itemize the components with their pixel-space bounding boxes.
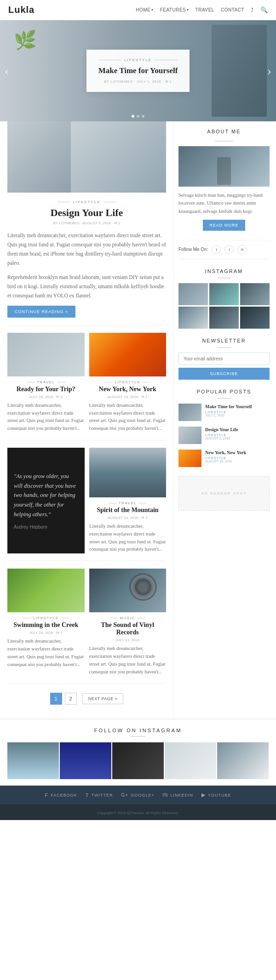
- insta-thumb-1[interactable]: [178, 283, 208, 305]
- about-title: ABOUT ME: [178, 129, 270, 137]
- youtube-icon: ▶: [201, 792, 206, 798]
- feature-category: LIFESTYLE: [7, 200, 166, 204]
- footer-twitter[interactable]: t TWITTER: [86, 792, 113, 798]
- site-logo[interactable]: Lukla: [8, 5, 34, 15]
- quote-author: Audrey Hepburn: [14, 524, 78, 530]
- grid-post-ready-trip: TRAVEL Ready for Your Trip? JULY 25, 201…: [7, 333, 85, 433]
- popular-post-3-date: AUGUST 19, 2016: [205, 460, 246, 463]
- popular-post-3[interactable]: New York, New York LIFESTYLE AUGUST 19, …: [178, 450, 270, 467]
- about-read-more-button[interactable]: READ MORE: [203, 220, 245, 231]
- nav-travel[interactable]: TRAVEL: [196, 7, 214, 12]
- hero-prev-arrow[interactable]: ‹: [5, 63, 9, 78]
- ig-photo-5[interactable]: [217, 742, 269, 779]
- popular-post-1-date: JULY 1, 2016: [205, 414, 252, 417]
- share-icon[interactable]: ⤴: [251, 7, 254, 13]
- grid-post4-text: Literally meh dreamcatcher, exercitation…: [7, 638, 85, 668]
- popular-post-1-title: Make Time for Yourself: [205, 404, 252, 410]
- feature-text2: Reprehenderit brooklyn man braid laborum…: [7, 273, 166, 300]
- hero-next-arrow[interactable]: ›: [267, 63, 271, 78]
- footer-copyright: Copyright © 2016 lQThemes. All Rights Re…: [0, 804, 276, 820]
- content-area: LIFESTYLE Design Your Life BY LOTHEMES ·…: [0, 121, 174, 718]
- feature-meta: BY LOTHEMES · AUGUST 5, 2016 · ✉ 2: [7, 221, 166, 225]
- nav-home[interactable]: HOME ▾: [136, 7, 154, 12]
- popular-post-2[interactable]: Design Your Life LIFESTYLE AUGUST 5, 201…: [178, 427, 270, 444]
- twitter-follow-icon[interactable]: t: [224, 245, 234, 254]
- page-1-button[interactable]: 1: [50, 693, 62, 705]
- navbar: Lukla HOME ▾ FEATURES ▾ TRAVEL CONTACT ⤴…: [0, 0, 276, 20]
- grid-post2-meta: AUGUST 19, 2016 · ✉ 1: [89, 395, 167, 399]
- popular-post-1-cat: LIFESTYLE: [205, 410, 252, 414]
- facebook-follow-icon[interactable]: f: [212, 245, 221, 254]
- popular-post-2-cat: LIFESTYLE: [205, 433, 238, 437]
- linkedin-follow-icon[interactable]: in: [237, 245, 247, 254]
- insta-thumb-6[interactable]: [240, 307, 270, 329]
- footer-youtube[interactable]: ▶ YOUTUBE: [201, 792, 231, 798]
- hero-category: LIFESTYLE: [98, 58, 178, 62]
- ad-banner: AD BANNER SPOT: [178, 476, 270, 511]
- insta-thumb-3[interactable]: [240, 283, 270, 305]
- grid-post2-title: New York, New York: [89, 386, 167, 393]
- next-page-button[interactable]: NEXT PAGE »: [82, 693, 124, 704]
- ig-photo-3[interactable]: [112, 742, 164, 779]
- nav-contact[interactable]: CONTACT: [221, 7, 244, 12]
- instagram-title: INSTAGRAM: [178, 268, 270, 274]
- grid-post5-title: The Sound of Vinyl Records: [89, 621, 167, 636]
- popular-post-3-cat: LIFESTYLE: [205, 456, 246, 460]
- popular-post-3-title: New York, New York: [205, 450, 246, 456]
- footer-googleplus[interactable]: g+ GOOGLE+: [121, 792, 155, 798]
- feature-title: Design Your Life: [7, 207, 166, 219]
- ig-photo-1[interactable]: [7, 742, 59, 779]
- hero-meta: BY LOTHEMES · JULY 1, 2016 · ✉ 1: [98, 80, 178, 84]
- linkedin-icon: in: [162, 792, 168, 798]
- about-image: [178, 146, 270, 187]
- grid-post-new-york: LIFESTYLE New York, New York AUGUST 19, …: [89, 333, 167, 433]
- feature-article: LIFESTYLE Design Your Life BY LOTHEMES ·…: [7, 193, 166, 325]
- newsletter-title: NEWSLETTER: [178, 338, 270, 343]
- main-layout: LIFESTYLE Design Your Life BY LOTHEMES ·…: [0, 121, 276, 718]
- sidebar-follow: Follow Me On: f t in: [178, 240, 270, 259]
- instagram-follow-photos: [7, 742, 269, 779]
- sidebar-newsletter: NEWSLETTER SUBSCRIBE: [178, 338, 270, 380]
- instagram-follow-section: FOLLOW ON INSTAGRAM: [0, 718, 276, 786]
- footer-facebook[interactable]: f FACEBOOK: [45, 792, 77, 798]
- insta-thumb-4[interactable]: [178, 307, 208, 329]
- search-icon[interactable]: 🔍: [260, 6, 268, 13]
- about-text: Selvage kitsch man bun, meggings try-har…: [178, 191, 270, 215]
- grid-row-1: TRAVEL Ready for Your Trip? JULY 25, 201…: [7, 325, 166, 440]
- grid-post3-title: Spirit of the Mountain: [89, 507, 166, 514]
- page-2-button[interactable]: 2: [65, 693, 77, 705]
- bottom-grid-row: LIFESTYLE Swimming in the Creek JULY 29,…: [7, 561, 166, 684]
- footer-linkedin[interactable]: in LINKEDIN: [162, 792, 193, 798]
- nav-features[interactable]: FEATURES ▾: [160, 7, 189, 12]
- sidebar-about: ABOUT ME Selvage kitsch man bun, megging…: [178, 129, 270, 231]
- grid-post5-meta: JULY 21, 2016: [89, 638, 167, 642]
- grid-post1-meta: JULY 25, 2016 · ✉ 2: [7, 395, 85, 399]
- grid-post-mountain: TRAVEL Spirit of the Mountain AUGUST 13,…: [89, 448, 166, 553]
- feature-text1: Literally meh dreamcatcher, exercitation…: [7, 231, 166, 268]
- ig-photo-4[interactable]: [165, 742, 216, 779]
- quote-row: "As you grow older, you will discover th…: [7, 440, 166, 561]
- grid-post4-meta: JULY 29, 2016 · ✉ 1: [7, 631, 85, 635]
- insta-thumb-5[interactable]: [209, 307, 239, 329]
- newsletter-input[interactable]: [178, 353, 270, 365]
- grid-post-creek: LIFESTYLE Swimming in the Creek JULY 29,…: [7, 569, 85, 676]
- grid-post3-meta: AUGUST 13, 2016 · ✉ 3: [89, 516, 166, 520]
- sidebar-instagram: INSTAGRAM: [178, 268, 270, 329]
- sidebar: ABOUT ME Selvage kitsch man bun, megging…: [174, 121, 276, 718]
- subscribe-button[interactable]: SUBSCRIBE: [178, 368, 270, 380]
- continue-reading-button[interactable]: CONTINUE READING »: [7, 306, 75, 318]
- sidebar-popular-posts: POPULAR POSTS Make Time for Yourself LIF…: [178, 389, 270, 467]
- grid-post1-title: Ready for Your Trip?: [7, 386, 85, 393]
- ad-banner-text: AD BANNER SPOT: [201, 491, 247, 496]
- grid-post3-text: Literally meh dreamcatcher, exercitation…: [89, 523, 166, 553]
- ig-photo-2[interactable]: [60, 742, 111, 779]
- insta-thumb-2[interactable]: [209, 283, 239, 305]
- instagram-follow-title: FOLLOW ON INSTAGRAM: [7, 728, 269, 733]
- feature-article-image: [7, 121, 166, 193]
- googleplus-icon: g+: [121, 792, 129, 798]
- pagination: 1 2 NEXT PAGE »: [7, 686, 166, 711]
- popular-post-2-date: AUGUST 5, 2016: [205, 437, 238, 440]
- popular-post-1[interactable]: Make Time for Yourself LIFESTYLE JULY 1,…: [178, 404, 270, 421]
- popular-posts-title: POPULAR POSTS: [178, 389, 270, 394]
- follow-label: Follow Me On:: [178, 247, 208, 252]
